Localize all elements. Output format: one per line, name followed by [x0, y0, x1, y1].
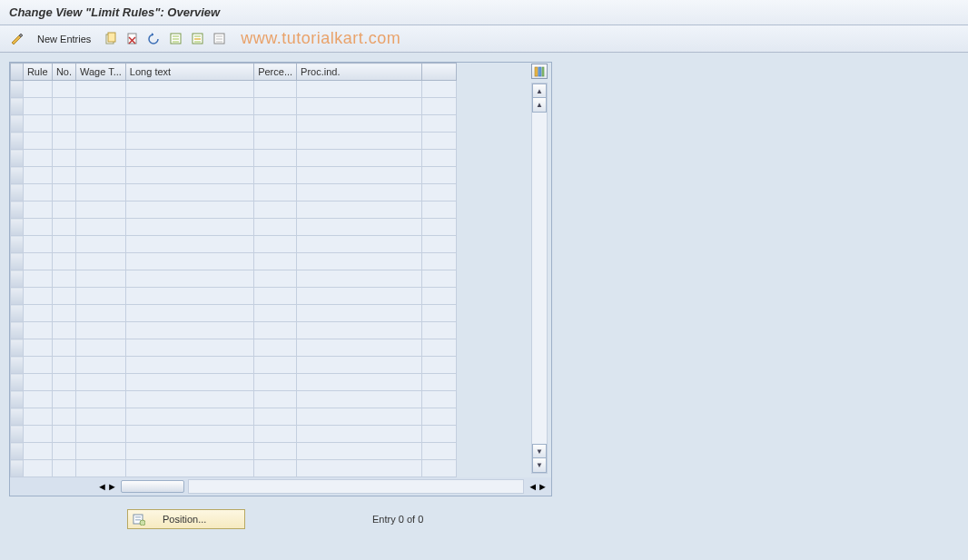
- cell[interactable]: [23, 288, 52, 305]
- cell[interactable]: [52, 460, 75, 477]
- table-row[interactable]: [11, 374, 457, 391]
- cell[interactable]: [254, 408, 297, 426]
- cell[interactable]: [125, 236, 253, 253]
- cell[interactable]: [254, 391, 297, 408]
- cell[interactable]: [254, 339, 297, 357]
- table-row[interactable]: [11, 426, 457, 443]
- cell[interactable]: [422, 219, 456, 236]
- cell[interactable]: [297, 460, 422, 477]
- cell[interactable]: [52, 167, 75, 184]
- table-row[interactable]: [11, 115, 457, 133]
- col-header-longtext[interactable]: Long text: [125, 64, 253, 81]
- row-selector[interactable]: [11, 184, 24, 201]
- row-selector[interactable]: [11, 167, 24, 184]
- cell[interactable]: [297, 98, 422, 115]
- cell[interactable]: [297, 443, 422, 460]
- cell[interactable]: [422, 81, 456, 98]
- cell[interactable]: [254, 98, 297, 115]
- cell[interactable]: [254, 133, 297, 150]
- table-row[interactable]: [11, 184, 457, 201]
- scroll-left2-icon[interactable]: ◄: [528, 481, 538, 492]
- row-selector[interactable]: [11, 305, 24, 322]
- cell[interactable]: [76, 150, 126, 167]
- cell[interactable]: [297, 270, 422, 288]
- row-selector[interactable]: [11, 219, 24, 236]
- cell[interactable]: [76, 408, 126, 426]
- cell[interactable]: [125, 133, 253, 150]
- cell[interactable]: [52, 374, 75, 391]
- cell[interactable]: [52, 357, 75, 374]
- cell[interactable]: [52, 236, 75, 253]
- cell[interactable]: [297, 81, 422, 98]
- cell[interactable]: [254, 253, 297, 270]
- cell[interactable]: [76, 443, 126, 460]
- cell[interactable]: [52, 288, 75, 305]
- cell[interactable]: [125, 408, 253, 426]
- horizontal-scrollbar[interactable]: ◄ ► ◄ ►: [10, 477, 551, 496]
- cell[interactable]: [23, 339, 52, 357]
- cell[interactable]: [76, 426, 126, 443]
- cell[interactable]: [254, 201, 297, 219]
- scroll-left-icon[interactable]: ◄: [97, 481, 107, 492]
- cell[interactable]: [23, 460, 52, 477]
- cell[interactable]: [422, 115, 456, 133]
- new-entries-button[interactable]: New Entries: [29, 30, 99, 48]
- cell[interactable]: [422, 374, 456, 391]
- cell[interactable]: [23, 236, 52, 253]
- cell[interactable]: [254, 115, 297, 133]
- cell[interactable]: [23, 391, 52, 408]
- table-row[interactable]: [11, 253, 457, 270]
- cell[interactable]: [297, 167, 422, 184]
- cell[interactable]: [254, 305, 297, 322]
- cell[interactable]: [297, 184, 422, 201]
- cell[interactable]: [422, 133, 456, 150]
- cell[interactable]: [52, 201, 75, 219]
- cell[interactable]: [23, 115, 52, 133]
- table-row[interactable]: [11, 167, 457, 184]
- cell[interactable]: [422, 98, 456, 115]
- cell[interactable]: [297, 339, 422, 357]
- scroll-right-icon[interactable]: ►: [538, 481, 548, 492]
- cell[interactable]: [52, 270, 75, 288]
- cell[interactable]: [76, 357, 126, 374]
- row-selector[interactable]: [11, 408, 24, 426]
- cell[interactable]: [422, 150, 456, 167]
- cell[interactable]: [125, 184, 253, 201]
- row-selector[interactable]: [11, 270, 24, 288]
- cell[interactable]: [52, 408, 75, 426]
- cell[interactable]: [297, 150, 422, 167]
- row-selector[interactable]: [11, 288, 24, 305]
- cell[interactable]: [254, 167, 297, 184]
- row-selector[interactable]: [11, 357, 24, 374]
- cell[interactable]: [422, 443, 456, 460]
- cell[interactable]: [52, 426, 75, 443]
- cell[interactable]: [422, 184, 456, 201]
- cell[interactable]: [23, 322, 52, 339]
- row-selector[interactable]: [11, 460, 24, 477]
- scroll-track[interactable]: [532, 113, 547, 444]
- cell[interactable]: [125, 270, 253, 288]
- col-header-extra[interactable]: [422, 64, 456, 81]
- cell[interactable]: [52, 81, 75, 98]
- cell[interactable]: [125, 115, 253, 133]
- cell[interactable]: [125, 305, 253, 322]
- col-header-no[interactable]: No.: [52, 64, 75, 81]
- row-selector[interactable]: [11, 236, 24, 253]
- table-row[interactable]: [11, 201, 457, 219]
- cell[interactable]: [23, 184, 52, 201]
- cell[interactable]: [52, 219, 75, 236]
- cell[interactable]: [23, 219, 52, 236]
- scroll-up-icon[interactable]: ▲: [532, 84, 547, 98]
- cell[interactable]: [52, 339, 75, 357]
- table-row[interactable]: [11, 133, 457, 150]
- cell[interactable]: [76, 460, 126, 477]
- cell[interactable]: [422, 408, 456, 426]
- data-table[interactable]: Rule No. Wage T... Long text Perce... Pr…: [10, 63, 457, 477]
- table-row[interactable]: [11, 288, 457, 305]
- cell[interactable]: [125, 322, 253, 339]
- cell[interactable]: [254, 426, 297, 443]
- cell[interactable]: [76, 115, 126, 133]
- cell[interactable]: [297, 133, 422, 150]
- row-selector[interactable]: [11, 98, 24, 115]
- cell[interactable]: [125, 81, 253, 98]
